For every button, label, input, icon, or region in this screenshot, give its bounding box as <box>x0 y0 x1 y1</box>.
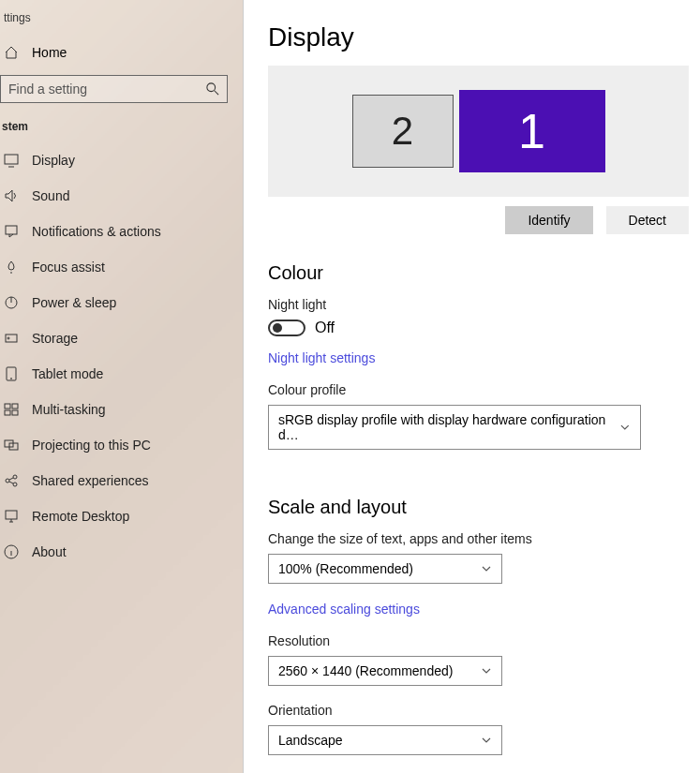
chevron-down-icon <box>481 563 492 574</box>
storage-icon <box>4 331 19 346</box>
svg-point-14 <box>6 479 9 483</box>
nav-item-label: Display <box>32 153 75 168</box>
search-icon <box>206 82 219 96</box>
nav-item-label: Projecting to this PC <box>32 438 151 453</box>
svg-rect-17 <box>6 511 17 519</box>
sidebar: ttings Home stem Display Sound Notificat… <box>0 0 244 773</box>
scale-size-value: 100% (Recommended) <box>278 561 413 576</box>
svg-rect-2 <box>6 226 17 234</box>
nav-item-label: Remote Desktop <box>32 509 129 524</box>
colour-profile-label: Colour profile <box>268 382 689 397</box>
search-input[interactable] <box>8 82 206 97</box>
nav-item-label: Power & sleep <box>32 295 116 310</box>
chevron-down-icon <box>481 735 492 746</box>
nav-sound[interactable]: Sound <box>0 178 243 214</box>
colour-profile-value: sRGB display profile with display hardwa… <box>278 412 619 442</box>
nav-focus-assist[interactable]: Focus assist <box>0 249 243 285</box>
nav-multitasking[interactable]: Multi-tasking <box>0 392 243 427</box>
main-content: Display 2 1 Identify Detect Colour Night… <box>244 0 700 773</box>
night-light-toggle-row: Off <box>268 320 689 336</box>
nav-projecting[interactable]: Projecting to this PC <box>0 427 243 463</box>
nav-item-label: Storage <box>32 331 78 346</box>
app-title: ttings <box>0 7 243 36</box>
svg-point-16 <box>13 483 17 486</box>
project-icon <box>4 438 19 453</box>
multitask-icon <box>4 402 19 417</box>
display-icon <box>4 153 19 168</box>
night-light-toggle[interactable] <box>268 320 305 336</box>
nav-item-label: Focus assist <box>32 260 105 275</box>
nav-tablet-mode[interactable]: Tablet mode <box>0 356 243 392</box>
night-light-state: Off <box>315 320 335 336</box>
svg-rect-9 <box>12 404 18 409</box>
nav-home[interactable]: Home <box>0 36 243 75</box>
advanced-scaling-link[interactable]: Advanced scaling settings <box>268 602 420 617</box>
tablet-icon <box>4 366 19 381</box>
nav-item-label: Shared experiences <box>32 473 149 488</box>
identify-button[interactable]: Identify <box>505 206 592 234</box>
monitor-2[interactable]: 2 <box>352 95 454 168</box>
shared-icon <box>4 473 19 488</box>
scale-size-label: Change the size of text, apps and other … <box>268 531 689 546</box>
orientation-select[interactable]: Landscape <box>268 725 502 755</box>
focus-icon <box>4 260 19 275</box>
nav-item-label: Sound <box>32 188 69 203</box>
svg-rect-10 <box>5 410 10 415</box>
remote-icon <box>4 509 19 524</box>
nav-item-label: Multi-tasking <box>32 402 106 417</box>
nav-storage[interactable]: Storage <box>0 320 243 356</box>
nav-shared-experiences[interactable]: Shared experiences <box>0 463 243 498</box>
notifications-icon <box>4 224 19 239</box>
sound-icon <box>4 188 19 203</box>
nav-notifications[interactable]: Notifications & actions <box>0 214 243 249</box>
night-light-label: Night light <box>268 297 689 312</box>
orientation-label: Orientation <box>268 703 689 718</box>
resolution-select[interactable]: 2560 × 1440 (Recommended) <box>268 656 502 686</box>
svg-point-5 <box>7 337 9 339</box>
nav-display[interactable]: Display <box>0 142 243 178</box>
nav-home-label: Home <box>32 45 67 60</box>
orientation-value: Landscape <box>278 733 343 748</box>
resolution-value: 2560 × 1440 (Recommended) <box>278 663 453 678</box>
page-title: Display <box>268 22 689 52</box>
nav-about[interactable]: About <box>0 534 243 570</box>
scale-heading: Scale and layout <box>268 497 689 518</box>
resolution-label: Resolution <box>268 633 689 648</box>
chevron-down-icon <box>481 665 492 676</box>
detect-button[interactable]: Detect <box>606 206 689 234</box>
nav-item-label: Tablet mode <box>32 366 103 381</box>
monitor-arrangement[interactable]: 2 1 <box>268 66 689 197</box>
nav-item-label: About <box>32 544 67 559</box>
power-icon <box>4 295 19 310</box>
chevron-down-icon <box>619 422 631 433</box>
svg-point-15 <box>13 475 17 479</box>
colour-profile-select[interactable]: sRGB display profile with display hardwa… <box>268 405 641 450</box>
search-input-container[interactable] <box>0 75 228 103</box>
monitor-buttons: Identify Detect <box>268 206 689 234</box>
svg-rect-11 <box>12 410 18 415</box>
svg-point-7 <box>11 379 12 379</box>
monitor-1[interactable]: 1 <box>459 90 605 172</box>
nav-item-label: Notifications & actions <box>32 224 161 239</box>
category-label: stem <box>0 120 243 142</box>
home-icon <box>4 45 19 60</box>
nav-power-sleep[interactable]: Power & sleep <box>0 285 243 320</box>
svg-rect-8 <box>5 404 10 409</box>
svg-point-0 <box>207 83 216 92</box>
colour-heading: Colour <box>268 262 689 284</box>
svg-rect-1 <box>5 155 18 164</box>
night-light-settings-link[interactable]: Night light settings <box>268 350 375 365</box>
scale-size-select[interactable]: 100% (Recommended) <box>268 554 502 584</box>
about-icon <box>4 544 19 559</box>
nav-remote-desktop[interactable]: Remote Desktop <box>0 498 243 534</box>
